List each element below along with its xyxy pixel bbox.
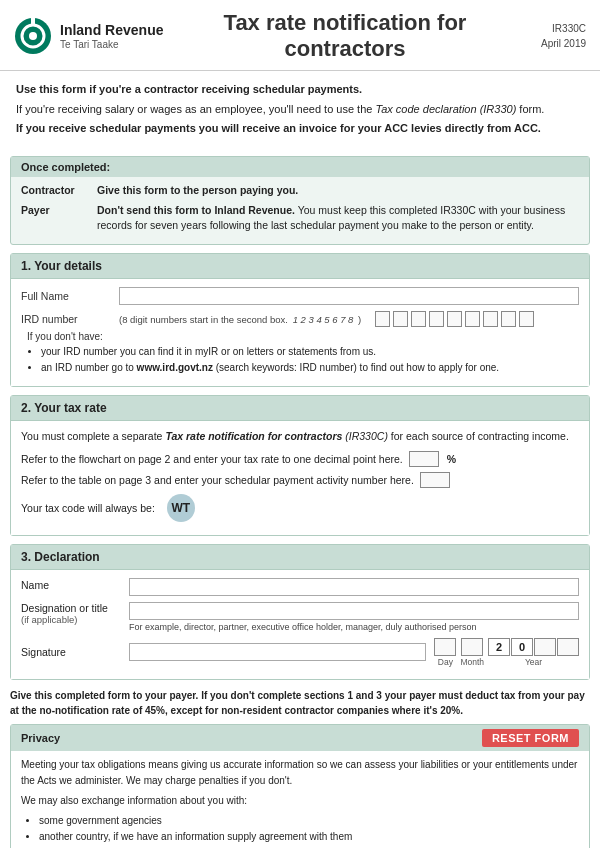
decl-designation-area: For example, director, partner, executiv… — [129, 602, 579, 632]
section-tax-rate: 2. Your tax rate You must complete a sep… — [10, 395, 590, 536]
once-completed-body: Contractor Give this form to the person … — [11, 177, 589, 244]
section-your-details: 1. Your details Full Name IRD number (8 … — [10, 253, 590, 387]
activity-number-box[interactable] — [420, 472, 450, 488]
privacy-bullet-1: some government agencies — [39, 813, 579, 829]
section1-body: Full Name IRD number (8 digit numbers st… — [11, 279, 589, 386]
payer-row: Payer Don't send this form to Inland Rev… — [21, 203, 579, 235]
tax-code-label: Your tax code will always be: — [21, 502, 155, 514]
contractor-text: Give this form to the person paying you. — [97, 183, 579, 199]
section2-heading: 2. Your tax rate — [11, 396, 589, 421]
section3-body: Name Designation or title (if applicable… — [11, 570, 589, 679]
ird-box-1[interactable] — [375, 311, 390, 327]
ird-box-3[interactable] — [411, 311, 426, 327]
fullname-input[interactable] — [119, 287, 579, 305]
svg-point-2 — [29, 32, 37, 40]
warning-box: Give this completed form to your payer. … — [10, 688, 590, 718]
svg-rect-3 — [31, 18, 35, 25]
tax-code-row: Your tax code will always be: WT — [21, 494, 579, 522]
percent-symbol: % — [447, 453, 456, 465]
logo-main-text: Inland Revenue — [60, 22, 163, 39]
fullname-label: Full Name — [21, 290, 111, 302]
decl-name-input[interactable] — [129, 578, 579, 596]
page-title: Tax rate notification for contractors — [174, 10, 516, 62]
tax-info-text: You must complete a separate Tax rate no… — [21, 429, 579, 445]
ird-box-6[interactable] — [465, 311, 480, 327]
ird-box-5[interactable] — [447, 311, 462, 327]
warning-text: Give this completed form to your payer. … — [10, 690, 585, 716]
date-month-col: Month — [460, 638, 484, 667]
date-year-col: 2 0 Year — [488, 638, 579, 667]
privacy-para1: Meeting your tax obligations means givin… — [21, 757, 579, 789]
table-label: Refer to the table on page 3 and enter y… — [21, 474, 414, 486]
once-completed-box: Once completed: Contractor Give this for… — [10, 156, 590, 245]
ird-box-9[interactable] — [519, 311, 534, 327]
ird-box-2[interactable] — [393, 311, 408, 327]
privacy-para2: We may also exchange information about y… — [21, 793, 579, 809]
section2-body: You must complete a separate Tax rate no… — [11, 421, 589, 535]
ird-label: IRD number — [21, 313, 111, 325]
ird-bullet-2: an IRD number go to www.ird.govt.nz (sea… — [41, 360, 579, 376]
payer-text: Don't send this form to Inland Revenue. … — [97, 203, 579, 235]
section1-heading: 1. Your details — [11, 254, 589, 279]
wt-badge: WT — [167, 494, 195, 522]
contractor-label: Contractor — [21, 183, 91, 199]
payer-label: Payer — [21, 203, 91, 219]
logo-area: Inland Revenue Te Tari Taake — [14, 17, 174, 55]
intro-line2: If you're receiving salary or wages as a… — [16, 101, 584, 119]
logo-text-block: Inland Revenue Te Tari Taake — [60, 22, 163, 50]
date-day-label: Day — [438, 657, 453, 667]
reset-button[interactable]: RESET FORM — [482, 729, 579, 747]
date-year-box-3[interactable] — [534, 638, 556, 656]
inland-revenue-logo-icon — [14, 17, 52, 55]
date-year-box-4[interactable] — [557, 638, 579, 656]
decl-designation-label-block: Designation or title (if applicable) — [21, 602, 121, 625]
header: Inland Revenue Te Tari Taake Tax rate no… — [0, 0, 600, 71]
decl-designation-row: Designation or title (if applicable) For… — [21, 602, 579, 632]
privacy-bullet-2: another country, if we have an informati… — [39, 829, 579, 845]
ird-box-7[interactable] — [483, 311, 498, 327]
ird-hint: (8 digit numbers start in the second box… — [119, 314, 361, 325]
sig-input[interactable] — [129, 643, 426, 661]
decl-designation-sub: (if applicable) — [21, 614, 121, 625]
contractor-row: Contractor Give this form to the person … — [21, 183, 579, 199]
decl-name-row: Name — [21, 578, 579, 596]
ird-box-4[interactable] — [429, 311, 444, 327]
privacy-section: Privacy RESET FORM Meeting your tax obli… — [10, 724, 590, 848]
intro-line1: Use this form if you're a contractor rec… — [16, 81, 584, 99]
privacy-title: Privacy — [21, 732, 60, 744]
decl-designation-hint: For example, director, partner, executiv… — [129, 622, 579, 632]
if-dont-have-label: If you don't have: — [21, 331, 579, 342]
date-year-label: Year — [488, 657, 579, 667]
decl-designation-input[interactable] — [129, 602, 579, 620]
privacy-body: Meeting your tax obligations means givin… — [11, 751, 589, 848]
intro-line3: If you receive schedular payments you wi… — [16, 120, 584, 138]
date-day-col: Day — [434, 638, 456, 667]
logo-sub-text: Te Tari Taake — [60, 39, 163, 50]
sig-label: Signature — [21, 646, 121, 658]
sig-row: Signature Day Month 2 0 — [21, 638, 579, 667]
privacy-header: Privacy RESET FORM — [11, 725, 589, 751]
table-row-input: Refer to the table on page 3 and enter y… — [21, 472, 579, 488]
ird-row: IRD number (8 digit numbers start in the… — [21, 311, 579, 327]
decl-designation-label: Designation or title — [21, 602, 121, 614]
tax-rate-box[interactable] — [409, 451, 439, 467]
date-day-box[interactable] — [434, 638, 456, 656]
form-code: IR330C April 2019 — [516, 21, 586, 51]
section3-heading: 3. Declaration — [11, 545, 589, 570]
date-boxes: Day Month 2 0 Year — [434, 638, 579, 667]
ird-bullet-1: your IRD number you can find it in myIR … — [41, 344, 579, 360]
flowchart-label: Refer to the flowchart on page 2 and ent… — [21, 453, 403, 465]
ird-box-8[interactable] — [501, 311, 516, 327]
date-month-label: Month — [460, 657, 484, 667]
fullname-row: Full Name — [21, 287, 579, 305]
ird-boxes — [375, 311, 534, 327]
intro-section: Use this form if you're a contractor rec… — [0, 71, 600, 148]
flowchart-row: Refer to the flowchart on page 2 and ent… — [21, 451, 579, 467]
date-year-prefill-1: 2 — [488, 638, 510, 656]
date-month-box[interactable] — [461, 638, 483, 656]
date-year-prefill-2: 0 — [511, 638, 533, 656]
once-completed-header: Once completed: — [11, 157, 589, 177]
decl-name-label: Name — [21, 578, 121, 591]
privacy-bullets: some government agencies another country… — [39, 813, 579, 848]
ird-bullets: your IRD number you can find it in myIR … — [41, 344, 579, 376]
